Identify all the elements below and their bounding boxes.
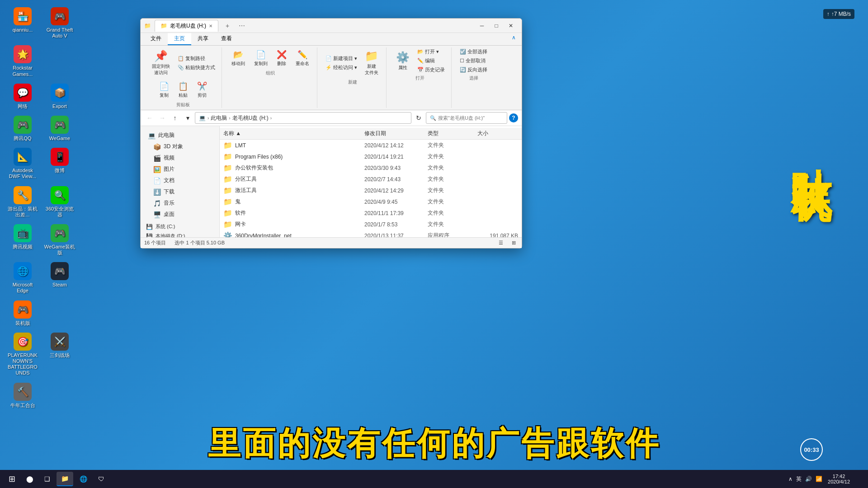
icon-playeru[interactable]: 🎯 PLAYERUNKNOWN'S BATTLEGROUNDS xyxy=(5,330,41,379)
pin-to-quick-access-button[interactable]: 📌 固定到快速访问 xyxy=(148,47,174,78)
sidebar-item-desktop[interactable]: 🖥️ 桌面 xyxy=(141,209,219,220)
col-type-header[interactable]: 类型 xyxy=(428,130,477,137)
rename-button[interactable]: ✏️ 重命名 xyxy=(292,47,313,69)
move-to-button[interactable]: 📂 移动到 xyxy=(227,47,249,69)
new-tab-button[interactable]: + xyxy=(222,20,233,31)
sidebar-drive-c[interactable]: 💾 系统 (C:) xyxy=(141,222,219,231)
icon-rockstar[interactable]: 🌟 Rockstar Games... xyxy=(5,42,41,80)
icon-edge[interactable]: 🌐 Microsoft Edge xyxy=(5,259,41,296)
paste-shortcut-button[interactable]: 📎 粘贴快捷方式 xyxy=(175,63,218,72)
large-icons-view-button[interactable]: ⊞ xyxy=(509,239,518,248)
file-row-360drv[interactable]: ⚙️ 360DrvMgrInstaller_net 2020/1/13 11:3… xyxy=(220,230,522,237)
close-button[interactable]: ✕ xyxy=(504,19,518,33)
ribbon-tab-share[interactable]: 共享 xyxy=(191,33,215,45)
open-button[interactable]: 📂 打开 ▾ xyxy=(415,47,448,56)
ribbon-collapse-button[interactable]: ∧ xyxy=(509,33,518,42)
paste-button[interactable]: 📋 粘贴 xyxy=(174,79,192,101)
details-view-button[interactable]: ☰ xyxy=(496,239,505,248)
tray-up-icon[interactable]: ∧ xyxy=(788,476,793,482)
forward-button[interactable]: → xyxy=(157,113,168,123)
file-row-lmt[interactable]: 📁 LMT 2020/4/12 14:12 文件夹 xyxy=(220,140,522,151)
icon-gta[interactable]: 🎮 Grand Theft Auto V xyxy=(42,5,78,42)
sidebar-drive-d[interactable]: 💾 本地磁盘 (D:) xyxy=(141,231,219,237)
explorer-taskbar-button[interactable]: 📁 xyxy=(57,472,73,486)
search-box[interactable]: 🔍 xyxy=(426,112,507,124)
explorer-tab[interactable]: 📁 老毛桃U盘 (H:) ✕ xyxy=(155,20,218,32)
browser-taskbar-button[interactable]: 🌐 xyxy=(75,472,92,486)
folder-icon: 📁 xyxy=(223,141,232,150)
refresh-button[interactable]: ↻ xyxy=(413,113,424,123)
sidebar-item-downloads[interactable]: ⬇️ 下载 xyxy=(141,186,219,197)
file-row-software[interactable]: 📁 软件 2020/11/1 17:39 文件夹 xyxy=(220,207,522,219)
tab-more-button[interactable]: ⋯ xyxy=(236,20,247,31)
icon-wegame[interactable]: 🎮 腾讯QQ xyxy=(5,113,41,144)
col-name-header[interactable]: 名称 ▲ xyxy=(223,130,364,137)
address-path[interactable]: 💻 › 此电脑 › 老毛桃U盘 (H:) › xyxy=(195,112,411,124)
col-date-header[interactable]: 修改日期 xyxy=(364,130,428,137)
tab-close-button[interactable]: ✕ xyxy=(209,23,212,28)
search-taskbar-button[interactable]: ⬤ xyxy=(22,472,38,486)
up-button[interactable]: ↑ xyxy=(170,113,180,123)
icon-wangwang[interactable]: 💬 网络 xyxy=(5,81,41,112)
icon-weibo[interactable]: 📱 微博 xyxy=(42,145,78,182)
edit-button[interactable]: ✏️ 编辑 xyxy=(415,56,448,65)
file-row-activate[interactable]: 📁 激活工具 2020/4/12 14:29 文件夹 xyxy=(220,185,522,196)
volume-icon[interactable]: 🔊 xyxy=(805,476,812,482)
copy-path-button[interactable]: 📋 复制路径 xyxy=(175,54,218,63)
invert-selection-button[interactable]: 🔄 反向选择 xyxy=(457,66,490,74)
file-row-programfiles[interactable]: 📁 Program Files (x86) 2020/1/14 19:21 文件… xyxy=(220,151,522,162)
icon-steam[interactable]: 🎮 Steam xyxy=(42,259,78,296)
select-all-button[interactable]: ☑️ 全部选择 xyxy=(457,47,490,56)
icon-360[interactable]: 🔍 360安全浏览器 xyxy=(42,183,78,221)
path-this-pc[interactable]: 此电脑 xyxy=(211,114,227,122)
deselect-all-button[interactable]: ☐ 全部取消 xyxy=(457,56,490,65)
delete-button[interactable]: ❌ 删除 xyxy=(273,47,291,69)
file-row-partition[interactable]: 📁 分区工具 2020/2/7 14:43 文件夹 xyxy=(220,174,522,185)
sidebar-item-this-pc[interactable]: 💻 此电脑 xyxy=(141,130,219,141)
ribbon-tab-file[interactable]: 文件 xyxy=(144,33,168,45)
new-folder-button[interactable]: 📁 新建文件夹 xyxy=(361,47,382,78)
icon-sgw[interactable]: 🔧 游出品：装机出差... xyxy=(5,183,41,221)
help-button[interactable]: ? xyxy=(509,113,518,122)
properties-button[interactable]: ⚙️ 属性 xyxy=(392,49,414,73)
cut-button[interactable]: ✂️ 剪切 xyxy=(193,79,211,101)
task-view-button[interactable]: ❑ xyxy=(40,472,55,486)
icon-autodesk[interactable]: 📐 Autodesk DWF View... xyxy=(5,145,41,182)
icon-wegame3[interactable]: 🎮 WeGame装机版 xyxy=(42,221,78,258)
ribbon-tab-home[interactable]: 主页 xyxy=(168,33,191,45)
copy-button[interactable]: 📄 复制 xyxy=(155,79,173,101)
search-input[interactable] xyxy=(438,115,503,121)
icon-tencent[interactable]: 📺 腾讯视频 xyxy=(5,221,41,258)
file-row-network[interactable]: 📁 网卡 2020/1/7 8:53 文件夹 xyxy=(220,219,522,230)
start-button[interactable]: ⊞ xyxy=(4,472,20,486)
path-h-drive[interactable]: 老毛桃U盘 (H:) xyxy=(232,114,269,122)
pin-label: 固定到快速访问 xyxy=(152,63,170,76)
history-button[interactable]: 📅 历史记录 xyxy=(415,66,448,74)
icon-qianniu[interactable]: 🏪 qianniu... xyxy=(5,5,41,42)
maximize-button[interactable]: □ xyxy=(489,19,504,33)
easy-access-button[interactable]: ⚡ 经松访问 ▾ xyxy=(323,63,360,72)
sidebar-item-music[interactable]: 🎵 音乐 xyxy=(141,197,219,209)
taskbar-clock[interactable]: 17:42 2020/4/12 xyxy=(824,474,854,484)
show-desktop-button[interactable] xyxy=(855,470,864,488)
sidebar-item-pictures[interactable]: 🖼️ 图片 xyxy=(141,164,219,175)
antivirus-taskbar-button[interactable]: 🛡 xyxy=(94,472,109,486)
minimize-button[interactable]: ─ xyxy=(475,19,489,33)
copy-to-button[interactable]: 📄 复制到 xyxy=(250,47,272,69)
icon-wegame2[interactable]: 🎮 WeGame xyxy=(42,113,78,144)
file-row-ghost[interactable]: 📁 鬼 2020/4/9 9:45 文件夹 xyxy=(220,196,522,207)
col-size-header[interactable]: 大小 xyxy=(477,130,518,137)
network-icon[interactable]: 📶 xyxy=(816,476,822,482)
sidebar-item-video[interactable]: 🎬 视频 xyxy=(141,152,219,164)
sidebar-item-docs[interactable]: 📄 文档 xyxy=(141,175,219,186)
back-button[interactable]: ← xyxy=(144,113,155,123)
file-row-office[interactable]: 📁 办公软件安装包 2020/3/30 9:43 文件夹 xyxy=(220,162,522,174)
ribbon-tab-view[interactable]: 查看 xyxy=(215,33,238,45)
new-item-button[interactable]: 📄 新建项目 ▾ xyxy=(323,54,360,63)
icon-export[interactable]: 📦 Export xyxy=(42,81,78,112)
recent-locations-button[interactable]: ▾ xyxy=(182,113,193,123)
icon-niuhe[interactable]: 🔨 牛年工合台 xyxy=(5,380,41,411)
sidebar-item-3d[interactable]: 📦 3D 对象 xyxy=(141,141,219,152)
icon-sanjian[interactable]: ⚔️ 三剑战场 xyxy=(42,330,78,379)
icon-youxi[interactable]: 🎮 装机版 xyxy=(5,298,41,329)
